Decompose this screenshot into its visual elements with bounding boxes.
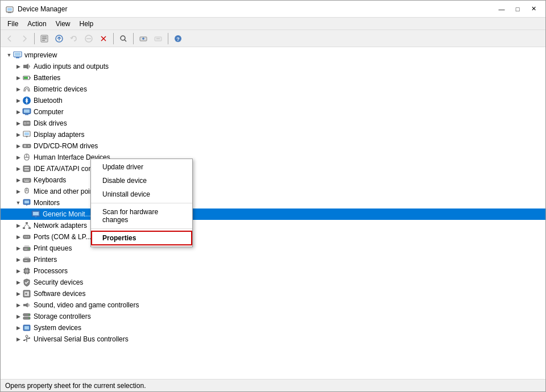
toolbar-separator-1	[34, 33, 35, 44]
svg-rect-45	[28, 145, 30, 147]
tree-item-monitors[interactable]: ▼ Monitors	[1, 197, 545, 208]
ide-icon	[22, 164, 31, 173]
tree-item-software[interactable]: ▶ Software devices	[1, 288, 545, 299]
tree-item-network[interactable]: ▶ Network adapters	[1, 220, 545, 231]
toolbar-remove-button[interactable]	[151, 32, 165, 45]
monitors-label: Monitors	[34, 199, 60, 207]
tree-item-system[interactable]: ▶ System devices	[1, 322, 545, 333]
tree-item-storage[interactable]: ▶ Storage controllers	[1, 311, 545, 322]
expand-icon-biometric: ▶	[14, 85, 22, 93]
system-icon	[22, 323, 31, 332]
expand-icon-generic-monitor	[23, 210, 31, 218]
tree-item-computer[interactable]: ▶ Computer	[1, 106, 545, 118]
context-menu: Update driver Disable device Uninstall d…	[90, 159, 193, 247]
expand-icon-computer: ▶	[14, 108, 22, 116]
tree-item-sound[interactable]: ▶ Sound, video and game controllers	[1, 299, 545, 311]
tree-item-audio[interactable]: ▶ Audio inputs and outputs	[1, 61, 545, 72]
ctx-scan-hardware[interactable]: Scan for hardware changes	[91, 205, 192, 227]
svg-point-103	[28, 318, 30, 319]
expand-icon-system: ▶	[14, 324, 22, 332]
tree-item-display[interactable]: ▶ Display adapters	[1, 129, 545, 140]
toolbar-uninstall-button[interactable]	[97, 32, 110, 45]
biometric-label: Biometric devices	[34, 85, 87, 93]
tree-item-security[interactable]: ▶ Security devices	[1, 277, 545, 288]
toolbar-properties-button[interactable]	[38, 32, 51, 45]
tree-item-ports[interactable]: ▶ Ports (COM & LP...	[1, 231, 545, 243]
ctx-update-driver[interactable]: Update driver	[91, 160, 192, 174]
tree-item-print-queues[interactable]: ▶ Print queues	[1, 243, 545, 254]
tree-item-root[interactable]: ▼ vmpreview	[1, 49, 545, 61]
ctx-separator-2	[91, 228, 192, 229]
sound-icon	[22, 301, 31, 310]
menu-bar: File Action View Help	[1, 18, 545, 30]
toolbar-rollback-button[interactable]	[67, 32, 81, 45]
svg-line-14	[125, 40, 126, 41]
monitor-device-icon	[22, 198, 31, 207]
ctx-uninstall-device[interactable]: Uninstall device	[91, 187, 192, 201]
svg-point-37	[24, 123, 26, 124]
usb-icon	[22, 335, 31, 344]
tree-item-generic-monitor[interactable]: Generic Monit...	[1, 208, 545, 220]
minimize-button[interactable]: —	[494, 3, 509, 15]
display-icon	[22, 130, 31, 139]
tree-item-hid[interactable]: ▶ Human Interface Devices	[1, 152, 545, 163]
toolbar-scan-button[interactable]	[117, 32, 130, 45]
toolbar-separator-4	[168, 33, 168, 44]
tree-item-dvd[interactable]: ▶ DVD/CD-ROM drives	[1, 140, 545, 152]
menu-help[interactable]: Help	[75, 19, 98, 29]
ctx-properties[interactable]: Properties	[91, 231, 192, 245]
close-button[interactable]: ✕	[526, 3, 541, 15]
security-label: Security devices	[34, 278, 83, 286]
expand-icon-keyboards: ▶	[14, 176, 22, 184]
svg-rect-64	[24, 201, 29, 203]
toolbar-add-button[interactable]	[136, 32, 150, 45]
menu-file[interactable]: File	[3, 19, 23, 29]
tree-item-mice[interactable]: ▶ Mice and other pointing devices	[1, 186, 545, 197]
storage-icon	[22, 312, 31, 321]
usb-label: Universal Serial Bus controllers	[34, 335, 129, 343]
svg-rect-34	[25, 114, 28, 115]
tree-item-bluetooth[interactable]: ▶ Bluetooth	[1, 95, 545, 106]
maximize-button[interactable]: □	[510, 3, 525, 15]
svg-rect-71	[26, 222, 28, 224]
software-label: Software devices	[34, 290, 85, 298]
main-content: ▼ vmpreview ▶	[1, 47, 545, 379]
svg-rect-51	[23, 166, 30, 172]
window-title: Device Manager	[18, 5, 494, 13]
status-bar: Opens property sheet for the current sel…	[1, 379, 545, 391]
toolbar-update-button[interactable]	[52, 32, 66, 45]
toolbar-info-button[interactable]: ?	[171, 32, 185, 45]
expand-icon-ide: ▶	[14, 165, 22, 173]
ctx-disable-device[interactable]: Disable device	[91, 174, 192, 187]
svg-rect-55	[24, 180, 25, 181]
toolbar-forward-button[interactable]	[18, 32, 31, 45]
menu-action[interactable]: Action	[23, 19, 51, 29]
tree-item-processors[interactable]: ▶ Processors	[1, 265, 545, 277]
expand-icon-audio: ▶	[14, 62, 22, 70]
toolbar-separator-3	[133, 33, 134, 44]
svg-rect-82	[24, 249, 27, 249]
sound-label: Sound, video and game controllers	[34, 301, 139, 309]
svg-rect-39	[27, 123, 30, 124]
security-icon	[22, 278, 31, 287]
expand-icon-security: ▶	[14, 278, 22, 286]
tree-item-disk[interactable]: ▶ Disk drives	[1, 118, 545, 129]
tree-item-ide[interactable]: ▶ IDE ATA/ATAPI controllers	[1, 163, 545, 174]
toolbar-back-button[interactable]	[3, 32, 16, 45]
window-icon	[5, 5, 14, 14]
ctx-separator-1	[91, 203, 192, 203]
svg-rect-59	[24, 181, 29, 182]
tree-item-batteries[interactable]: ▶ Batteries	[1, 72, 545, 84]
root-label: vmpreview	[24, 51, 57, 59]
menu-view[interactable]: View	[51, 19, 75, 29]
svg-point-78	[26, 236, 27, 237]
tree-item-biometric[interactable]: ▶ Biometric devices	[1, 84, 545, 95]
generic-monitor-icon	[31, 210, 40, 219]
printer-icon	[22, 255, 31, 264]
tree-item-usb[interactable]: ▶ Universal Serial Bus controllers	[1, 333, 545, 345]
tree-item-printers[interactable]: ▶ Printers	[1, 254, 545, 265]
computer-icon	[13, 51, 22, 60]
toolbar-disable-button[interactable]	[82, 32, 96, 45]
device-tree[interactable]: ▼ vmpreview ▶	[1, 47, 545, 379]
tree-item-keyboards[interactable]: ▶ Keyboards	[1, 174, 545, 186]
